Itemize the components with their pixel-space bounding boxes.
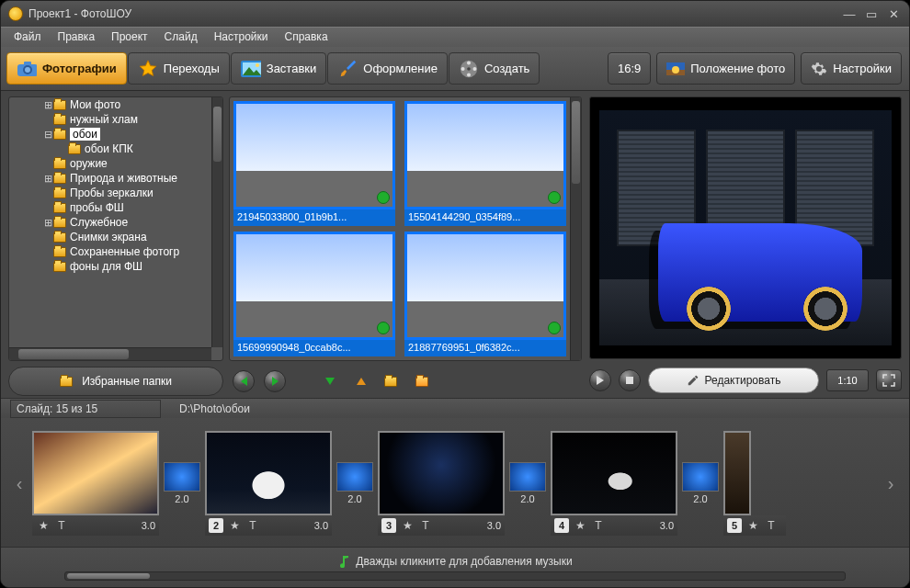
stop-button[interactable] [619, 369, 641, 391]
timeline-slide[interactable]: 5★T [723, 431, 786, 536]
add-music-hint[interactable]: Дважды кликните для добавления музыки [337, 555, 572, 568]
time-counter: 1:10 [826, 369, 869, 391]
tree-item[interactable]: ⊞Природа и животные [9, 171, 211, 186]
tree-item[interactable]: обои КПК [9, 141, 211, 156]
menu-настройки[interactable]: Настройки [207, 28, 276, 45]
text-icon[interactable]: T [245, 518, 260, 533]
slide-duration: 3.0 [660, 520, 674, 531]
folder-icon [53, 218, 66, 228]
star-icon[interactable]: ★ [745, 518, 760, 533]
tree-item[interactable]: Сохраненные фотогр [9, 244, 211, 259]
music-scrollbar[interactable] [64, 571, 846, 581]
folder-tree[interactable]: ⊞Мои фотонужный хлам⊟обоиобои КПКоружие⊞… [8, 96, 223, 361]
menu-файл[interactable]: Файл [6, 28, 49, 45]
timeline-transition[interactable]: 2.0 [681, 462, 720, 504]
add-down-button[interactable] [319, 370, 341, 392]
slide-thumb [32, 431, 159, 515]
expand-icon[interactable]: ⊞ [42, 217, 53, 229]
expand-icon[interactable]: ⊟ [42, 129, 53, 141]
add-folder-button[interactable] [381, 370, 404, 392]
grid-thumbnail[interactable]: 21945033800_01b9b1... [233, 101, 395, 226]
tab-star[interactable]: Переходы [128, 52, 230, 85]
grid-thumbnail[interactable]: 21887769951_0f6382c... [404, 232, 566, 356]
tree-item-label: обои КПК [85, 142, 133, 155]
check-icon [548, 322, 561, 334]
main-toolbar: ФотографииПереходыЗаставкиОформлениеСозд… [1, 47, 909, 91]
folder-icon [53, 115, 66, 125]
timeline-scroll-right[interactable]: › [883, 442, 898, 525]
tree-item-label: Пробы зеркалки [70, 187, 154, 199]
timeline-transition[interactable]: 2.0 [336, 462, 374, 504]
grid-thumbnail[interactable]: 15504144290_0354f89... [404, 101, 566, 226]
timeline-slide[interactable]: 2★T3.0 [205, 431, 332, 536]
close-button[interactable]: ✕ [885, 7, 902, 20]
nav-back-button[interactable] [233, 370, 255, 392]
thumbnail-grid[interactable]: 21945033800_01b9b1...15504144290_0354f89… [229, 96, 582, 361]
text-icon[interactable]: T [591, 518, 606, 533]
grid-thumbnail[interactable]: 15699990948_0ccab8c... [233, 232, 395, 356]
settings-button[interactable]: Настройки [801, 52, 902, 85]
add-music-label: Дважды кликните для добавления музыки [356, 555, 572, 568]
grid-scrollbar[interactable] [570, 97, 581, 360]
slide-duration: 3.0 [314, 520, 328, 531]
photo-position-button[interactable]: Положение фото [656, 52, 795, 85]
edit-button[interactable]: Редактировать [648, 368, 819, 393]
folder-up-button[interactable] [413, 370, 435, 392]
tree-item[interactable]: фоны для ФШ [9, 259, 211, 274]
edit-label: Редактировать [705, 374, 781, 387]
main-tabs: ФотографииПереходыЗаставкиОформлениеСозд… [6, 52, 540, 85]
text-icon[interactable]: T [54, 518, 69, 533]
settings-label: Настройки [833, 62, 892, 75]
transition-thumb [164, 462, 200, 492]
remove-up-button[interactable] [350, 370, 372, 392]
timeline-transition[interactable]: 2.0 [508, 462, 547, 504]
tab-reel[interactable]: Создать [449, 52, 540, 85]
folder-icon [53, 100, 66, 110]
menu-проект[interactable]: Проект [104, 28, 155, 45]
tree-item-label: фоны для ФШ [70, 260, 142, 273]
timeline-transition[interactable]: 2.0 [163, 462, 201, 504]
play-button[interactable] [589, 369, 611, 391]
timeline-scroll-left[interactable]: ‹ [12, 442, 27, 525]
tree-item[interactable]: оружие [9, 156, 211, 171]
tree-item[interactable]: нужный хлам [9, 112, 211, 127]
slide-number: 3 [381, 518, 396, 533]
tab-camera[interactable]: Фотографии [6, 52, 127, 85]
timeline-slide[interactable]: ★T3.0 [32, 431, 159, 536]
tab-brush[interactable]: Оформление [327, 52, 448, 85]
maximize-button[interactable]: ▭ [863, 7, 880, 20]
tree-item[interactable]: пробы ФШ [9, 200, 211, 215]
slide-bar: ★T3.0 [32, 515, 159, 536]
tree-item-label: Мои фото [70, 98, 120, 111]
timeline-slide[interactable]: 4★T3.0 [551, 431, 677, 536]
expand-icon[interactable]: ⊞ [42, 99, 53, 111]
nav-forward-button[interactable] [264, 370, 286, 392]
aspect-ratio-button[interactable]: 16:9 [608, 52, 651, 85]
menu-правка[interactable]: Правка [51, 28, 103, 45]
favorite-folders-button[interactable]: Избранные папки [8, 367, 223, 396]
star-icon[interactable]: ★ [227, 518, 242, 533]
text-icon[interactable]: T [764, 518, 779, 533]
reel-icon [459, 59, 479, 79]
expand-icon[interactable]: ⊞ [42, 173, 53, 185]
tab-picture[interactable]: Заставки [231, 52, 326, 85]
timeline-slide[interactable]: 3★T3.0 [378, 431, 505, 536]
star-icon[interactable]: ★ [36, 518, 51, 533]
folder-icon [53, 262, 66, 272]
menu-справка[interactable]: Справка [277, 28, 335, 45]
tree-item[interactable]: ⊞Служебное [9, 215, 211, 230]
tree-item[interactable]: ⊞Мои фото [9, 97, 211, 112]
tree-scrollbar-vertical[interactable] [211, 97, 222, 347]
fullscreen-button[interactable] [876, 369, 902, 391]
favorite-folders-label: Избранные папки [82, 375, 172, 388]
tree-scrollbar-horizontal[interactable] [9, 347, 211, 360]
star-icon[interactable]: ★ [400, 518, 415, 533]
tree-item[interactable]: Снимки экрана [9, 230, 211, 244]
text-icon[interactable]: T [418, 518, 433, 533]
minimize-button[interactable]: — [841, 7, 858, 20]
tree-item[interactable]: ⊟обои [9, 127, 211, 141]
tree-item[interactable]: Пробы зеркалки [9, 186, 211, 200]
timeline-track[interactable]: ★T3.02.02★T3.02.03★T3.02.04★T3.02.05★T [32, 426, 878, 540]
menu-слайд[interactable]: Слайд [157, 28, 205, 45]
star-icon[interactable]: ★ [573, 518, 587, 533]
